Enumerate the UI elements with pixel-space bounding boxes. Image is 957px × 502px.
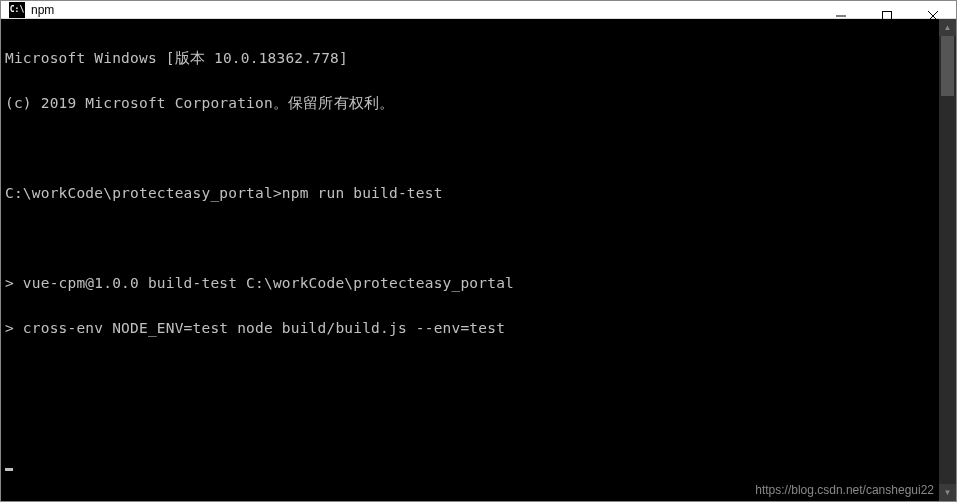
window-title: npm [31,3,54,17]
scrollbar[interactable]: ▲ ▼ [939,19,956,501]
terminal-window: C:\ npm Microsoft Windows [版本 10.0.18362… [0,0,957,502]
cursor-line [5,456,939,471]
terminal-line: > cross-env NODE_ENV=test node build/bui… [5,321,939,336]
terminal-line [5,231,939,246]
terminal-line [5,366,939,381]
scroll-down-button[interactable]: ▼ [939,484,956,501]
terminal-line: Microsoft Windows [版本 10.0.18362.778] [5,51,939,66]
terminal-line [5,141,939,156]
scroll-thumb[interactable] [941,36,954,96]
chevron-down-icon: ▼ [944,488,952,497]
terminal-line [5,411,939,426]
titlebar[interactable]: C:\ npm [1,1,956,19]
terminal-line: C:\workCode\protecteasy_portal>npm run b… [5,186,939,201]
chevron-up-icon: ▲ [944,23,952,32]
scroll-up-button[interactable]: ▲ [939,19,956,36]
terminal-line: (c) 2019 Microsoft Corporation。保留所有权利。 [5,96,939,111]
cursor [5,468,13,471]
watermark: https://blog.csdn.net/canshegui22 [755,483,934,497]
terminal-container: Microsoft Windows [版本 10.0.18362.778] (c… [1,19,956,501]
terminal-output[interactable]: Microsoft Windows [版本 10.0.18362.778] (c… [1,19,939,501]
terminal-line: > vue-cpm@1.0.0 build-test C:\workCode\p… [5,276,939,291]
app-icon: C:\ [9,2,25,18]
